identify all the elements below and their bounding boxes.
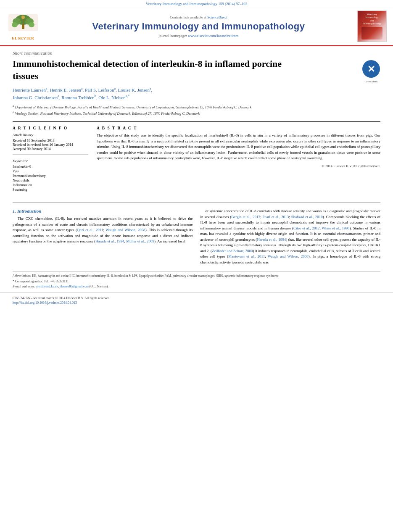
svg-point-6 [29,22,34,27]
introduction-title: 1. Introduction [13,208,193,213]
article-history: Article history: Received 18 September 2… [13,133,88,155]
ref-waugh-2008[interactable]: Waugh and Wilson, 2008 [106,228,145,232]
email-suffix: (O.L. Nielsen). [90,284,108,288]
keywords-title: Keywords: [13,159,88,163]
corresponding-label: * Corresponding author. Tel.: +45 353331… [13,279,69,283]
section-divider [13,202,380,203]
authors-line: Henriette Laursena, Henrik E. Jensena, P… [13,86,380,102]
abbreviations-label: Abbreviations: [13,274,31,278]
page: Veterinary Immunology and Immunopatholog… [0,0,393,532]
article-title: Immunohistochemical detection of interle… [13,58,307,82]
keyword-1: Interleukin-8 [13,164,88,169]
ref-harada-1994b[interactable]: Harada et al., 1994 [257,237,286,242]
abstract-heading: A B S T R A C T [97,126,380,130]
intro-paragraph-1: The CXC chemokine, (IL-8), has received … [13,216,193,245]
keyword-3: Immunohistochemistry [13,174,88,178]
corresponding-author-footnote: * Corresponding author. Tel.: +45 353331… [13,279,380,284]
affiliations: a Department of Veterinary Disease Biolo… [13,104,380,116]
keywords-section: Keywords: Interleukin-8 Pigs Immunohisto… [13,159,88,192]
contents-line: Contents lists available at ScienceDirec… [170,15,227,19]
email2-link[interactable]: hlauren86@gmail.com [60,284,89,288]
header-center: Contents lists available at ScienceDirec… [45,11,352,42]
journal-thumbnail: VeterinaryImmunologyandImmunopathology [357,11,387,42]
svg-point-5 [12,22,18,27]
ref-shahzad-2010[interactable]: Shahzad et al., 2010 [291,215,323,219]
email-label: E-mail addresses: [13,284,35,288]
ref-zeilhofer-2000[interactable]: Zeilhofer and Schorr, 2000 [212,249,253,253]
body-left-column: 1. Introduction The CXC chemokine, (IL-8… [13,208,193,267]
homepage-url[interactable]: www.elsevier.com/locate/vetimm [188,34,238,38]
keyword-2: Pigs [13,169,88,173]
right-col-paragraph: or systemic concentration of IL-8 correl… [200,208,381,265]
article-history-title: Article history: [13,133,88,137]
ref-citro-2012[interactable]: Citro et al., 2012 [293,226,319,230]
svg-text:✕: ✕ [367,64,375,74]
keyword-4: Neutrophils [13,178,88,182]
accepted-date: Accepted 30 January 2014 [13,147,88,151]
article-info-heading: A R T I C L E I N F O [13,126,88,130]
doi-link[interactable]: http://dx.doi.org/10.1016/j.vetimm.2014.… [13,301,77,305]
ref-pearl-2013[interactable]: Pearl et al., 2013 [263,215,289,219]
abstract-text: The objective of this study was to ident… [97,133,380,161]
footnotes: Abbreviations: HE, haematoxylin and eosi… [13,271,380,289]
journal-title: Veterinary Immunology and Immunopatholog… [92,21,305,32]
abbreviations-footnote: Abbreviations: HE, haematoxylin and eosi… [13,274,380,279]
keyword-6: Swarming [13,187,88,192]
elsevier-logo-icon [6,12,40,35]
journal-bar-text: Veterinary Immunology and Immunopatholog… [146,2,247,6]
keyword-5: Inflammation [13,183,88,187]
ref-mantovani-2011[interactable]: Mantovani et al., 2011 [228,254,265,258]
elsevier-label: ELSEVIER [12,36,34,40]
email1-link[interactable]: alen@sund.ku.dk [36,284,58,288]
email-footnote: E-mail addresses: alen@sund.ku.dk, hlaur… [13,284,380,289]
header: ELSEVIER Contents lists available at Sci… [0,7,393,46]
header-left: ELSEVIER [4,11,42,42]
header-right: VeterinaryImmunologyandImmunopathology [355,11,389,42]
ref-qazi-2011[interactable]: Qazi et al., 2011 [77,228,103,232]
ref-waugh-2008b[interactable]: Waugh and Wilson, 2008 [268,254,309,258]
ref-muller-2009[interactable]: Muller et al., 2009 [126,239,154,243]
abbreviations-text: HE, haematoxylin and eosin; IHC, immunoh… [32,274,279,278]
bottom-bar: 0165-2427/$ – see front matter © 2014 El… [0,292,393,306]
ref-harada-1994[interactable]: Harada et al., 1994 [95,239,124,243]
body-columns: 1. Introduction The CXC chemokine, (IL-8… [0,208,393,267]
footnotes-area: Abbreviations: HE, haematoxylin and eosi… [0,271,393,289]
affiliation-b: b Virology Section, National Veterinary … [13,111,380,116]
affiliation-a: a Department of Veterinary Disease Biolo… [13,104,380,110]
crossmark-badge: ✕ CrossMark [362,60,380,83]
body-right-column: or systemic concentration of IL-8 correl… [200,208,381,267]
svg-point-7 [21,16,25,19]
svg-rect-4 [22,24,24,29]
article-info-abstract-section: A R T I C L E I N F O Article history: R… [13,121,380,192]
journal-homepage: journal homepage: www.elsevier.com/locat… [159,34,239,38]
abstract-column: A B S T R A C T The objective of this st… [97,126,380,192]
issn-text: 0165-2427/$ – see front matter © 2014 El… [13,296,380,300]
crossmark-icon: ✕ [362,60,380,78]
sciencedirect-link[interactable]: ScienceDirect [207,15,227,19]
ref-white-1998[interactable]: White et al., 1998 [322,226,350,230]
revised-date: Received in revised form 16 January 2014 [13,142,88,147]
received-date: Received 18 September 2013 [13,138,88,142]
article-content: Short communication Immunohistochemical … [0,46,393,196]
journal-bar: Veterinary Immunology and Immunopatholog… [0,0,393,7]
ref-bergin-2013[interactable]: Bergin et al., 2013 [231,215,260,219]
copyright-text: © 2014 Elsevier B.V. All rights reserved… [97,164,380,168]
article-info-column: A R T I C L E I N F O Article history: R… [13,126,88,192]
article-type: Short communication [13,50,380,55]
